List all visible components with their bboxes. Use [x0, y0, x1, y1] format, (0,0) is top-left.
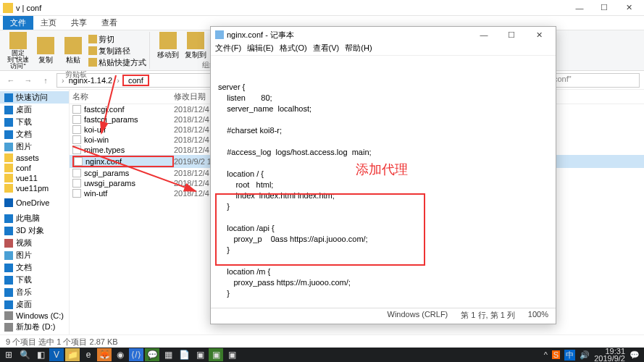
- taskbar-app[interactable]: ▣: [209, 348, 223, 361]
- sidebar-item[interactable]: 视频: [0, 237, 69, 249]
- taskbar-edge[interactable]: e: [81, 348, 96, 361]
- start-button[interactable]: ⊞: [1, 348, 16, 361]
- tab-share[interactable]: 共享: [64, 16, 94, 30]
- sidebar-quick[interactable]: 快速访问: [0, 91, 69, 104]
- np-maximize[interactable]: ☐: [499, 30, 524, 40]
- search-icon[interactable]: 🔍: [17, 348, 32, 361]
- sidebar-onedrive[interactable]: OneDrive: [0, 198, 69, 208]
- notepad-window[interactable]: nginx.conf - 记事本 — ☐ ✕ 文件(F) 编辑(E) 格式(O)…: [210, 26, 556, 324]
- taskbar-chrome[interactable]: ◉: [113, 348, 127, 361]
- cut-button[interactable]: 剪切: [88, 34, 146, 45]
- sidebar-item[interactable]: 下载: [0, 274, 69, 286]
- sidebar-item[interactable]: vue11: [0, 173, 69, 183]
- sidebar-item[interactable]: assets: [0, 153, 69, 163]
- tab-view[interactable]: 查看: [94, 16, 125, 30]
- sidebar-thispc[interactable]: 此电脑: [0, 212, 69, 224]
- taskbar-firefox[interactable]: 🦊: [97, 348, 112, 361]
- forward-button[interactable]: →: [22, 74, 35, 87]
- taskbar-app[interactable]: ▣: [193, 348, 207, 361]
- annotation-label: 添加代理: [356, 164, 408, 175]
- np-menu-view[interactable]: 查看(V): [313, 43, 340, 55]
- sogou-icon[interactable]: S: [552, 350, 560, 359]
- paste-button[interactable]: 粘贴: [61, 37, 85, 65]
- col-name[interactable]: 名称: [72, 91, 174, 102]
- sidebar-item[interactable]: vue11pm: [0, 183, 69, 193]
- sidebar-item[interactable]: 图片: [0, 249, 69, 261]
- path-seg-1[interactable]: nginx-1.14.2: [67, 76, 114, 85]
- system-tray[interactable]: ^ S 中 🔊 19:312019/9/2 💬: [544, 348, 643, 362]
- tab-file[interactable]: 文件: [3, 16, 33, 30]
- path-seg-2[interactable]: conf: [122, 75, 149, 86]
- taskbar-wechat[interactable]: 💬: [145, 348, 159, 361]
- sidebar-item[interactable]: 桌面: [0, 104, 69, 116]
- np-menu-file[interactable]: 文件(F): [215, 43, 241, 55]
- folder-icon: [3, 3, 13, 13]
- np-status-pos: 第 1 行, 第 1 列: [461, 310, 515, 321]
- annotation-box: [215, 193, 425, 266]
- notepad-content[interactable]: server { listen 80; server_name localhos…: [211, 56, 556, 308]
- sidebar-item[interactable]: 新加卷 (D:): [0, 321, 69, 333]
- notepad-title: nginx.conf - 记事本: [227, 30, 469, 41]
- taskbar-vscode[interactable]: ⟨/⟩: [129, 348, 143, 361]
- taskbar-app[interactable]: ▣: [225, 348, 239, 361]
- close-button[interactable]: ✕: [616, 0, 641, 16]
- maximize-button[interactable]: ☐: [592, 0, 616, 16]
- notepad-icon: [215, 30, 224, 39]
- np-status-enc: Windows (CRLF): [388, 310, 448, 321]
- up-button[interactable]: ↑: [39, 74, 52, 87]
- ime-icon[interactable]: 中: [564, 350, 575, 361]
- taskbar: ⊞ 🔍 ◧ V 📁 e 🦊 ◉ ⟨/⟩ 💬 ▦ 📄 ▣ ▣ ▣ ^ S 中 🔊 …: [0, 348, 644, 362]
- taskbar-explorer[interactable]: 📁: [65, 348, 80, 361]
- tab-home[interactable]: 主页: [33, 16, 64, 30]
- copyto-button[interactable]: 复制到: [183, 32, 208, 60]
- np-menu-format[interactable]: 格式(O): [280, 43, 307, 55]
- copy-button[interactable]: 复制: [33, 37, 58, 65]
- sidebar-item[interactable]: 音乐: [0, 286, 69, 298]
- np-status-zoom: 100%: [528, 310, 548, 321]
- pin-button[interactable]: 固定到"快速访问": [6, 32, 30, 70]
- np-menu-help[interactable]: 帮助(H): [345, 43, 372, 55]
- copypath-button[interactable]: 复制路径: [88, 46, 146, 56]
- taskbar-app[interactable]: V: [49, 348, 64, 361]
- sidebar-item[interactable]: conf: [0, 163, 69, 173]
- explorer-status: 9 个项目 选中 1 个项目 2.87 KB: [0, 334, 644, 348]
- np-minimize[interactable]: —: [472, 30, 496, 39]
- sidebar: 快速访问 桌面 下载 文档 图片 assets conf vue11 vue11…: [0, 90, 70, 340]
- clock[interactable]: 19:312019/9/2: [594, 348, 625, 362]
- pasteshort-button[interactable]: 粘贴快捷方式: [88, 57, 146, 68]
- sidebar-item[interactable]: 图片: [0, 140, 69, 153]
- sidebar-item[interactable]: 桌面: [0, 298, 69, 311]
- sidebar-item[interactable]: 下载: [0, 116, 69, 128]
- np-close[interactable]: ✕: [527, 30, 551, 40]
- sidebar-item[interactable]: Windows (C:): [0, 311, 69, 321]
- sidebar-item[interactable]: 3D 对象: [0, 224, 69, 237]
- minimize-button[interactable]: —: [567, 0, 592, 16]
- back-button[interactable]: ←: [4, 74, 17, 87]
- window-title: v | conf: [16, 4, 567, 12]
- taskview-icon[interactable]: ◧: [33, 348, 48, 361]
- np-menu-edit[interactable]: 编辑(E): [247, 43, 274, 55]
- sidebar-item[interactable]: 文档: [0, 128, 69, 140]
- taskbar-notepad[interactable]: 📄: [177, 348, 191, 361]
- taskbar-app[interactable]: ▦: [161, 348, 175, 361]
- moveto-button[interactable]: 移动到: [156, 32, 180, 60]
- notifications-icon[interactable]: 💬: [630, 350, 640, 360]
- sidebar-item[interactable]: 文档: [0, 261, 69, 274]
